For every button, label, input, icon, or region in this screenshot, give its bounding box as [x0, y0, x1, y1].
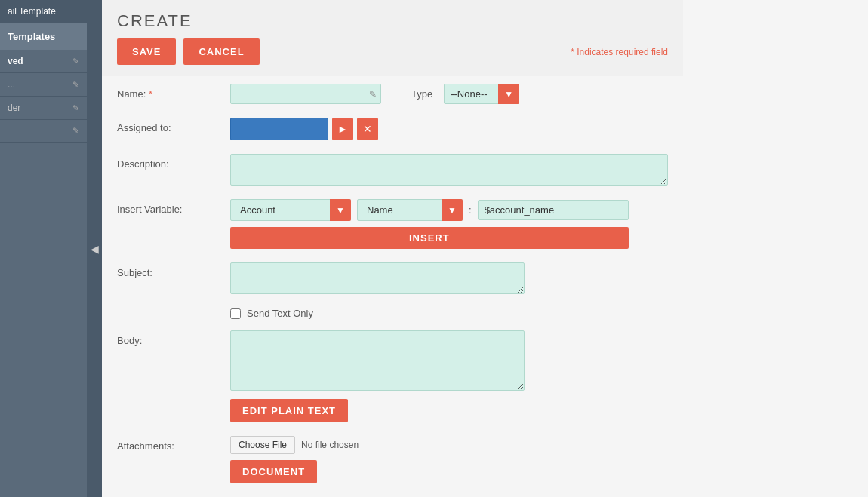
attachments-row: Attachments: Choose File No file chosen … [117, 436, 668, 483]
page-title: CREATE [117, 11, 668, 31]
sidebar-item-3[interactable]: ✎ [0, 120, 87, 143]
name-input[interactable] [230, 84, 381, 104]
body-wrapper: EDIT PLAIN TEXT [230, 330, 525, 422]
edit-icon-2[interactable]: ✎ [72, 103, 79, 113]
assigned-label: Assigned to: [117, 118, 230, 133]
description-row: Description: [117, 154, 668, 186]
save-button[interactable]: SAVE [117, 38, 176, 65]
choose-file-button[interactable]: Choose File [230, 436, 295, 454]
name-required-star: * [149, 88, 152, 100]
attachments-label: Attachments: [117, 436, 230, 452]
send-text-row: Send Text Only [117, 308, 668, 319]
insert-button[interactable]: INSERT [230, 227, 629, 249]
description-label: Description: [117, 154, 230, 170]
sidebar: ail Template Templates ved ✎ ... ✎ der ✎… [0, 0, 87, 497]
name-label: Name: * [117, 84, 230, 100]
required-note: * Indicates required field [571, 47, 668, 57]
no-file-text: No file chosen [301, 440, 359, 450]
sidebar-header: ail Template [0, 0, 87, 23]
insert-top: Account ▼ Name ▼ : [230, 199, 629, 221]
send-text-label: Send Text Only [247, 308, 313, 319]
type-select-wrapper: --None-- ▼ [444, 84, 519, 104]
sidebar-header-label: ail Template [8, 6, 56, 17]
sidebar-collapse-arrow[interactable]: ◀ [87, 0, 102, 497]
page-header: CREATE [102, 0, 683, 38]
sidebar-item-label-0: ved [8, 56, 23, 66]
variable-name-select[interactable]: Name [357, 199, 463, 221]
type-label: Type [411, 88, 432, 100]
toolbar: SAVE CANCEL * Indicates required field [102, 38, 683, 76]
variable-name-wrapper: Name ▼ [357, 199, 463, 221]
sidebar-item-label-2: der [8, 103, 20, 113]
body-textarea[interactable] [230, 330, 525, 391]
sidebar-item-2[interactable]: der ✎ [0, 97, 87, 120]
name-row: Name: * ✎ Type --None-- ▼ [117, 84, 668, 104]
attachments-section: Choose File No file chosen DOCUMENT [230, 436, 359, 483]
send-text-checkbox[interactable] [230, 308, 241, 319]
main-content: CREATE SAVE CANCEL * Indicates required … [102, 0, 683, 497]
colon-separator: : [469, 204, 472, 216]
subject-label: Subject: [117, 262, 230, 278]
variable-category-wrapper: Account ▼ [230, 199, 351, 221]
document-button[interactable]: DOCUMENT [230, 460, 317, 483]
edit-icon-3[interactable]: ✎ [72, 126, 79, 136]
sidebar-title: Templates [0, 23, 87, 50]
assigned-select-button[interactable]: ► [332, 118, 353, 140]
edit-icon-name: ✎ [369, 89, 377, 100]
variable-category-select[interactable]: Account [230, 199, 351, 221]
type-select-wrapper: Type --None-- ▼ [411, 84, 519, 104]
sidebar-item-1[interactable]: ... ✎ [0, 73, 87, 97]
insert-variable-wrapper: Account ▼ Name ▼ : INSERT [230, 199, 629, 249]
variable-value-input[interactable] [478, 200, 629, 220]
file-input-row: Choose File No file chosen [230, 436, 359, 454]
type-select[interactable]: --None-- [444, 84, 519, 104]
body-label: Body: [117, 330, 230, 346]
name-input-wrapper: ✎ [230, 84, 381, 104]
subject-row: Subject: [117, 262, 668, 294]
sidebar-item-label-1: ... [8, 79, 15, 90]
body-row: Body: EDIT PLAIN TEXT [117, 330, 668, 422]
form-area: Name: * ✎ Type --None-- ▼ [102, 76, 683, 497]
insert-variable-label: Insert Variable: [117, 199, 230, 215]
assigned-to-wrapper: ► ✕ [230, 118, 378, 140]
assigned-input[interactable] [230, 118, 328, 140]
sidebar-item-0[interactable]: ved ✎ [0, 50, 87, 73]
cancel-button[interactable]: CANCEL [183, 38, 259, 65]
subject-textarea[interactable] [230, 262, 525, 294]
edit-icon-1[interactable]: ✎ [72, 80, 79, 90]
description-textarea[interactable] [230, 154, 668, 186]
sidebar-section: ved ✎ ... ✎ der ✎ ✎ [0, 50, 87, 143]
assigned-clear-button[interactable]: ✕ [357, 118, 378, 140]
edit-icon-0[interactable]: ✎ [72, 57, 79, 66]
assigned-row: Assigned to: ► ✕ [117, 118, 668, 140]
insert-variable-row: Insert Variable: Account ▼ Name [117, 199, 668, 249]
edit-plain-text-button[interactable]: EDIT PLAIN TEXT [230, 399, 348, 422]
